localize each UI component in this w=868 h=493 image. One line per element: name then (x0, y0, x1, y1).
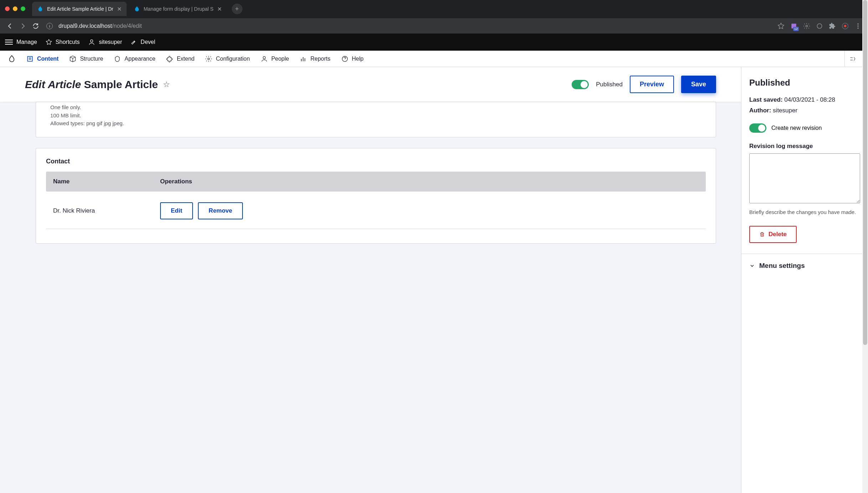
toolbar-shortcuts[interactable]: Shortcuts (46, 39, 80, 45)
svg-point-6 (857, 27, 858, 29)
svg-point-0 (806, 25, 808, 27)
toolbar-devel[interactable]: Devel (131, 39, 155, 45)
revision-log-input[interactable] (749, 153, 860, 203)
admin-menu-people[interactable]: People (261, 55, 289, 62)
tab-title: Edit Article Sample Article | Dr (47, 6, 113, 12)
reload-button[interactable] (29, 20, 42, 32)
kebab-menu-icon[interactable] (854, 22, 862, 30)
delete-button[interactable]: Delete (749, 226, 797, 243)
forward-button[interactable] (16, 20, 29, 32)
admin-menu-label: Appearance (124, 56, 155, 62)
browser-chrome: Edit Article Sample Article | Dr ✕ Manag… (0, 0, 868, 34)
site-info-icon[interactable]: i (46, 23, 53, 29)
preview-button[interactable]: Preview (630, 76, 674, 93)
table-row: Dr. Nick Riviera Edit Remove (46, 192, 706, 229)
admin-menu-content[interactable]: Content (26, 55, 58, 62)
contact-name: Dr. Nick Riviera (53, 207, 160, 214)
menu-settings-accordion[interactable]: Menu settings (749, 254, 860, 270)
revision-toggle-row: Create new revision (749, 123, 860, 133)
extension-devtools-icon[interactable]: 12 (790, 22, 797, 30)
drupal-logo-icon[interactable] (8, 55, 16, 63)
minimize-window[interactable] (13, 6, 17, 11)
toggle-orientation-button[interactable] (844, 51, 860, 67)
revision-log-label: Revision log message (749, 143, 860, 150)
chevron-down-icon (749, 263, 755, 269)
contact-table: Name Operations Dr. Nick Riviera Edit Re… (46, 172, 706, 229)
svg-point-11 (208, 58, 210, 60)
revision-toggle[interactable] (749, 123, 766, 133)
admin-menu-label: Content (37, 56, 58, 62)
upload-hint-line: 100 MB limit. (50, 112, 701, 120)
admin-menu-structure[interactable]: Structure (69, 55, 103, 62)
published-toggle[interactable] (572, 80, 589, 89)
save-button[interactable]: Save (681, 76, 716, 93)
delete-label: Delete (769, 231, 787, 238)
admin-menu-label: Reports (310, 56, 330, 62)
extensions-puzzle-icon[interactable] (829, 22, 836, 30)
url-input[interactable]: i drupal9.dev.localhost/node/4/edit (42, 23, 777, 29)
toolbar-user[interactable]: sitesuper (88, 39, 122, 46)
extend-icon (166, 55, 173, 62)
row-operations: Edit Remove (160, 202, 243, 219)
admin-menu-extend[interactable]: Extend (166, 55, 195, 62)
svg-point-3 (844, 25, 847, 27)
browser-tab-inactive[interactable]: Manage form display | Drupal S ✕ (129, 2, 227, 16)
close-tab-icon[interactable]: ✕ (117, 6, 122, 12)
content-icon (26, 55, 34, 62)
extension-gear-icon[interactable] (803, 22, 810, 30)
gear-icon (205, 55, 212, 62)
toolbar-manage[interactable]: Manage (5, 39, 37, 45)
menu-settings-label: Menu settings (759, 262, 805, 270)
star-icon (46, 39, 52, 45)
new-tab-button[interactable]: + (232, 4, 242, 14)
toolbar-devel-label: Devel (141, 39, 155, 45)
svg-point-7 (91, 40, 93, 42)
drupal-toolbar: Manage Shortcuts sitesuper Devel (0, 34, 868, 51)
browser-tab-active[interactable]: Edit Article Sample Article | Dr ✕ (32, 2, 127, 16)
scrollbar-thumb[interactable] (863, 0, 867, 345)
close-tab-icon[interactable]: ✕ (217, 6, 222, 12)
edit-button[interactable]: Edit (160, 202, 193, 219)
structure-icon (69, 55, 76, 62)
admin-menu-label: Extend (177, 56, 195, 62)
table-header: Name Operations (46, 172, 706, 192)
admin-menu: Content Structure Appearance Extend Conf… (0, 51, 868, 67)
page-title: Edit Article Sample Article ☆ (25, 78, 170, 91)
drupal-favicon-icon (134, 6, 140, 12)
back-button[interactable] (4, 20, 16, 32)
extension-icons: 12 (777, 22, 864, 30)
fieldset-legend: Contact (46, 158, 706, 165)
svg-point-5 (857, 25, 858, 26)
bookmark-icon[interactable] (777, 22, 785, 30)
toolbar-shortcuts-label: Shortcuts (56, 39, 80, 45)
sidebar-status-heading: Published (749, 78, 860, 88)
published-label: Published (596, 81, 623, 88)
content-wrapper: Edit Article Sample Article ☆ Published … (0, 67, 868, 493)
svg-point-12 (263, 56, 265, 59)
svg-point-4 (857, 23, 858, 24)
remove-button[interactable]: Remove (198, 202, 243, 219)
wrench-icon (131, 39, 137, 45)
toolbar-manage-label: Manage (16, 39, 37, 45)
scrollbar[interactable] (862, 0, 868, 493)
extension-circle-icon[interactable] (816, 22, 823, 30)
hamburger-icon (5, 40, 13, 45)
admin-menu-appearance[interactable]: Appearance (114, 55, 155, 62)
admin-menu-reports[interactable]: Reports (300, 55, 330, 62)
admin-menu-help[interactable]: Help (341, 55, 364, 62)
reports-icon (300, 55, 307, 62)
favorite-star-icon[interactable]: ☆ (163, 80, 170, 89)
tab-title: Manage form display | Drupal S (144, 6, 214, 12)
revision-log-help: Briefly describe the changes you have ma… (749, 208, 860, 216)
upload-hints: One file only. 100 MB limit. Allowed typ… (36, 102, 716, 137)
admin-menu-configuration[interactable]: Configuration (205, 55, 250, 62)
page-header: Edit Article Sample Article ☆ Published … (0, 67, 741, 102)
upload-hint-line: One file only. (50, 102, 701, 112)
sidebar: Published Last saved: 04/03/2021 - 08:28… (741, 67, 868, 493)
profile-avatar-icon[interactable] (842, 22, 849, 30)
url-text: drupal9.dev.localhost/node/4/edit (58, 23, 142, 29)
close-window[interactable] (5, 6, 10, 11)
form-body: One file only. 100 MB limit. Allowed typ… (0, 102, 741, 258)
revision-toggle-label: Create new revision (771, 125, 822, 131)
maximize-window[interactable] (21, 6, 25, 11)
